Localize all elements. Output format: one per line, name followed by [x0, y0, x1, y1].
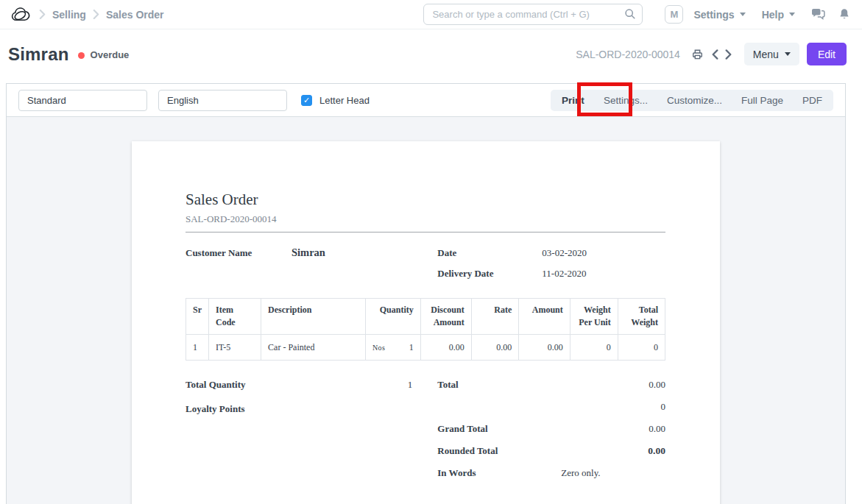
in-words-value: Zero only.: [542, 467, 665, 479]
total-row: In Words Zero only.: [437, 467, 665, 479]
breadcrumb-selling[interactable]: Selling: [52, 9, 86, 21]
chevron-down-icon: [740, 13, 746, 16]
col-header-amount: Amount: [519, 299, 570, 335]
total-row: 0: [437, 401, 665, 413]
chevron-right-icon: [39, 10, 46, 19]
document-id: SAL-ORD-2020-00014: [576, 49, 680, 60]
document-title: Sales Order: [186, 191, 665, 209]
col-header-discount-amount: Discount Amount: [420, 299, 471, 335]
print-preview-area: Sales Order SAL-ORD-2020-00014 Customer …: [7, 117, 845, 504]
cell-qty-value: 1: [409, 341, 414, 354]
print-view-container: Standard English Letter Head Print Setti…: [6, 83, 846, 504]
next-document-icon[interactable]: [725, 49, 732, 60]
cell-item-code: IT-5: [209, 334, 261, 361]
fields-right-column: Date 03-02-2020 Delivery Date 11-02-2020: [437, 247, 665, 288]
app-logo-icon[interactable]: [10, 7, 32, 23]
notifications-bell-icon[interactable]: [838, 8, 850, 21]
field-row: Date 03-02-2020: [437, 247, 665, 259]
col-header-item-code: Item Code: [209, 299, 261, 335]
total-label: Total: [437, 379, 542, 391]
col-header-description: Description: [261, 299, 366, 335]
cell-total-weight: 0: [618, 334, 665, 361]
customer-name-label: Customer Name: [186, 247, 292, 259]
total-row: Total Quantity 1: [186, 379, 437, 391]
total-row: Rounded Total 0.00: [437, 445, 665, 457]
col-header-total-weight: Total Weight: [618, 299, 665, 335]
print-icon[interactable]: [691, 49, 704, 60]
rounded-total-value: 0.00: [542, 445, 665, 457]
delivery-date-value: 11-02-2020: [542, 268, 665, 280]
screen: Selling Sales Order M Settings Help: [0, 0, 862, 504]
cell-rate: 0.00: [471, 334, 519, 361]
search-input[interactable]: [423, 4, 643, 25]
totals-left-column: Total Quantity 1 Loyalty Points: [186, 379, 437, 489]
letter-head-checkbox[interactable]: [301, 95, 312, 106]
in-words-label: In Words: [437, 467, 542, 479]
rounded-total-label: Rounded Total: [437, 445, 542, 457]
menu-button-label: Menu: [753, 49, 779, 60]
customer-name-value: Simran: [292, 247, 437, 259]
col-header-rate: Rate: [471, 299, 519, 335]
navbar: Selling Sales Order M Settings Help: [0, 0, 862, 29]
language-select[interactable]: English: [158, 90, 287, 111]
blank-label: [437, 401, 542, 413]
menu-button[interactable]: Menu: [744, 43, 799, 65]
breadcrumb: Selling Sales Order: [10, 7, 164, 23]
print-actions-strip: Print Settings... Customize... Full Page…: [551, 90, 833, 111]
total-row: Loyalty Points: [186, 403, 437, 415]
table-row: 1 IT-5 Car - Painted Nos 1 0.00 0.00: [186, 334, 665, 361]
page-title: Simran: [8, 44, 69, 65]
print-button[interactable]: Print: [552, 90, 594, 111]
field-row: Customer Name Simran: [186, 247, 437, 259]
help-label: Help: [762, 9, 784, 21]
letter-head-toggle[interactable]: Letter Head: [301, 95, 370, 106]
cell-uom: Nos: [372, 343, 385, 353]
total-quantity-label: Total Quantity: [186, 379, 292, 391]
search-icon[interactable]: [624, 8, 636, 23]
total-quantity-value: 1: [292, 379, 437, 391]
print-toolbar: Standard English Letter Head Print Setti…: [7, 84, 845, 117]
chevron-down-icon: [789, 13, 795, 16]
settings-label: Settings: [693, 9, 734, 21]
items-table: Sr Item Code Description Quantity Discou…: [186, 298, 665, 361]
delivery-date-label: Delivery Date: [437, 268, 542, 280]
fields-left-column: Customer Name Simran: [186, 247, 437, 288]
page-head: Simran Overdue SAL-ORD-2020-00014 Menu: [0, 29, 862, 83]
document-subtitle: SAL-ORD-2020-00014: [186, 213, 665, 233]
col-header-quantity: Quantity: [366, 299, 421, 335]
total-row: Grand Total 0.00: [437, 423, 665, 435]
grand-total-value: 0.00: [542, 423, 665, 435]
chat-icon[interactable]: [811, 8, 825, 21]
prev-document-icon[interactable]: [712, 49, 718, 60]
cell-weight-per-unit: 0: [570, 334, 618, 361]
cell-amount: 0.00: [519, 334, 570, 361]
chevron-down-icon: [785, 52, 791, 56]
cell-description: Car - Painted: [261, 334, 366, 361]
page-head-actions: SAL-ORD-2020-00014 Menu Edit: [576, 43, 847, 65]
settings-button[interactable]: Settings...: [594, 90, 657, 111]
global-search: [423, 4, 643, 25]
loyalty-points-label: Loyalty Points: [186, 403, 292, 415]
cell-quantity: Nos 1: [366, 334, 421, 361]
print-preview-paper: Sales Order SAL-ORD-2020-00014 Customer …: [132, 141, 720, 504]
chevron-right-icon: [93, 10, 99, 19]
settings-menu[interactable]: Settings: [693, 9, 745, 21]
col-header-sr: Sr: [186, 299, 209, 335]
full-page-button[interactable]: Full Page: [732, 90, 793, 111]
loyalty-points-amount: 0: [542, 401, 665, 413]
cell-sr: 1: [186, 334, 209, 361]
loyalty-points-value: [292, 403, 437, 415]
edit-button[interactable]: Edit: [807, 43, 847, 65]
status-badge: Overdue: [91, 49, 130, 60]
avatar[interactable]: M: [665, 5, 683, 24]
date-label: Date: [437, 247, 542, 259]
print-format-select[interactable]: Standard: [18, 90, 147, 111]
cell-discount-amount: 0.00: [420, 334, 471, 361]
customize-button[interactable]: Customize...: [657, 90, 732, 111]
help-menu[interactable]: Help: [762, 9, 795, 21]
breadcrumb-sales-order[interactable]: Sales Order: [106, 9, 164, 21]
total-row: Total 0.00: [437, 379, 665, 391]
totals-section: Total Quantity 1 Loyalty Points Total 0.…: [186, 379, 665, 489]
date-value: 03-02-2020: [542, 247, 665, 259]
pdf-button[interactable]: PDF: [793, 90, 832, 111]
